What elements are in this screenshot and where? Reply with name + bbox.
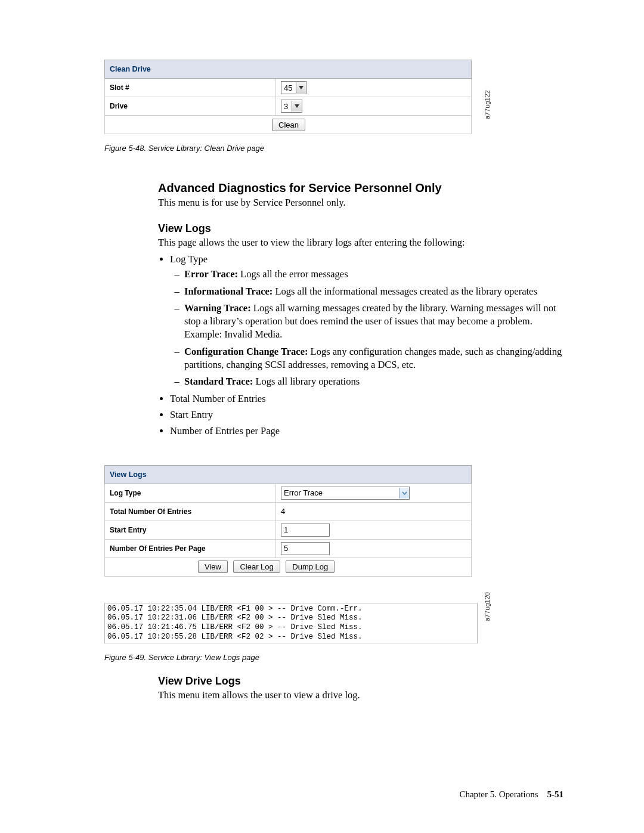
view-drive-logs-body: This menu item allows the user to view a… [158,689,564,702]
start-entry-input[interactable]: 1 [281,524,330,537]
list-item: Configuration Change Trace: Logs any con… [184,345,564,372]
list-item: Log Type Error Trace: Logs all the error… [170,252,564,389]
log-line: 06.05.17 10:20:55.28 LIB/ERR <F2 02 > --… [107,633,363,641]
view-drive-logs-heading: View Drive Logs [158,675,564,688]
list-item: Total Number of Entries [170,392,564,407]
clean-drive-panel: Clean Drive Slot # 45 Drive 3 [104,60,472,134]
log-line: 06.05.17 10:22:35.04 LIB/ERR <F1 00 > --… [107,605,363,613]
svg-marker-0 [299,86,304,89]
view-logs-heading: View Logs [158,222,564,235]
log-line: 06.05.17 10:22:31.06 LIB/ERR <F2 00 > --… [107,614,363,622]
list-item: Number of Entries per Page [170,424,564,439]
log-line: 06.05.17 10:21:46.75 LIB/ERR <F2 00 > --… [107,623,363,631]
figure-code: a77ug122 [484,90,491,119]
slot-label: Slot # [105,79,276,97]
footer-chapter: Chapter 5. Operations [459,789,538,799]
view-logs-panel: View Logs Log Type Error Trace Total Num… [104,465,472,577]
figure-caption-1: Figure 5-48. Service Library: Clean Driv… [104,144,564,153]
clear-log-button[interactable]: Clear Log [233,561,280,573]
chevron-down-icon[interactable] [296,82,306,93]
clean-button[interactable]: Clean [272,119,305,131]
page-footer: Chapter 5. Operations 5-51 [459,789,564,800]
list-item: Standard Trace: Logs all library operati… [184,375,564,388]
clean-drive-title: Clean Drive [105,60,472,79]
view-button[interactable]: View [198,561,228,573]
list-item: Informational Trace: Logs all the inform… [184,285,564,298]
footer-page: 5-51 [547,789,564,799]
total-value: 4 [276,502,472,521]
view-logs-title: View Logs [105,465,472,484]
list-item: Error Trace: Logs all the error messages [184,268,564,281]
figure-caption-2: Figure 5-49. Service Library: View Logs … [104,653,564,662]
logtype-value: Error Trace [281,488,326,497]
logtype-select[interactable]: Error Trace [281,487,410,500]
logtype-label: Log Type [105,484,276,502]
figure-code: a77ug120 [484,592,491,621]
total-label: Total Number Of Entries [105,502,276,521]
svg-marker-1 [295,104,299,108]
log-output: 06.05.17 10:22:35.04 LIB/ERR <F1 00 > --… [104,603,478,644]
entries-per-page-input[interactable]: 5 [281,542,330,555]
start-label: Start Entry [105,521,276,539]
drive-value: 3 [281,102,292,111]
chevron-down-icon[interactable] [399,488,409,498]
list-item: Warning Trace: Logs all warning messages… [184,302,564,342]
view-logs-body: This page allows the user to view the li… [158,236,564,249]
drive-label: Drive [105,97,276,116]
dump-log-button[interactable]: Dump Log [286,561,335,573]
li-logtype: Log Type [170,253,208,265]
perpage-label: Number Of Entries Per Page [105,539,276,558]
drive-select[interactable]: 3 [281,100,302,113]
advanced-diagnostics-heading: Advanced Diagnostics for Service Personn… [158,181,564,195]
chevron-down-icon[interactable] [292,101,302,112]
view-logs-list: Log Type Error Trace: Logs all the error… [158,252,564,439]
advanced-diagnostics-body: This menu is for use by Service Personne… [158,196,564,209]
slot-select[interactable]: 45 [281,81,306,94]
slot-value: 45 [281,83,296,92]
list-item: Start Entry [170,408,564,423]
